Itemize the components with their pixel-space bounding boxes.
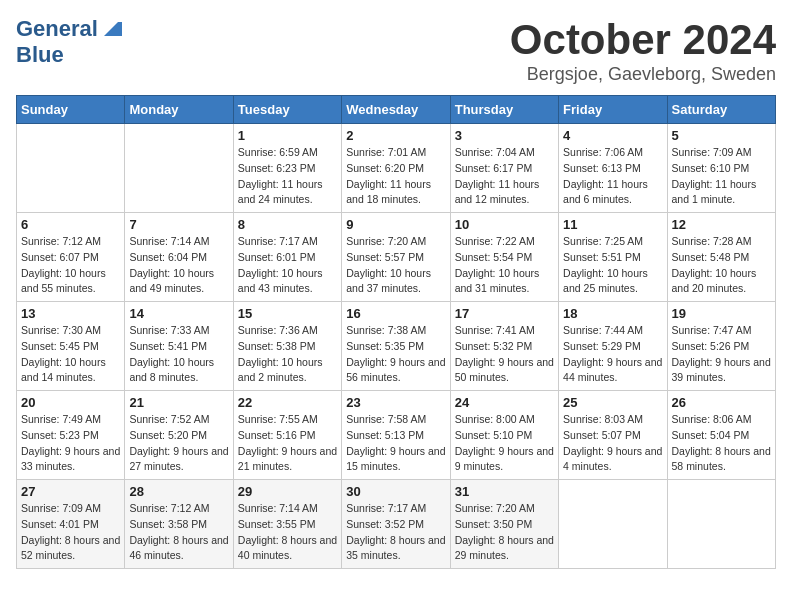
day-info: Sunrise: 7:41 AM Sunset: 5:32 PM Dayligh…: [455, 323, 554, 386]
day-info: Sunrise: 7:28 AM Sunset: 5:48 PM Dayligh…: [672, 234, 771, 297]
day-info: Sunrise: 7:49 AM Sunset: 5:23 PM Dayligh…: [21, 412, 120, 475]
calendar-cell: 10Sunrise: 7:22 AM Sunset: 5:54 PM Dayli…: [450, 213, 558, 302]
day-info: Sunrise: 6:59 AM Sunset: 6:23 PM Dayligh…: [238, 145, 337, 208]
day-number: 1: [238, 128, 337, 143]
calendar-cell: 9Sunrise: 7:20 AM Sunset: 5:57 PM Daylig…: [342, 213, 450, 302]
day-info: Sunrise: 8:03 AM Sunset: 5:07 PM Dayligh…: [563, 412, 662, 475]
title-area: October 2024 Bergsjoe, Gaevleborg, Swede…: [510, 16, 776, 85]
day-number: 2: [346, 128, 445, 143]
calendar-body: 1Sunrise: 6:59 AM Sunset: 6:23 PM Daylig…: [17, 124, 776, 569]
calendar-cell: 3Sunrise: 7:04 AM Sunset: 6:17 PM Daylig…: [450, 124, 558, 213]
day-info: Sunrise: 7:14 AM Sunset: 3:55 PM Dayligh…: [238, 501, 337, 564]
calendar-cell: 6Sunrise: 7:12 AM Sunset: 6:07 PM Daylig…: [17, 213, 125, 302]
calendar-cell: [559, 480, 667, 569]
calendar-cell: 23Sunrise: 7:58 AM Sunset: 5:13 PM Dayli…: [342, 391, 450, 480]
day-info: Sunrise: 7:25 AM Sunset: 5:51 PM Dayligh…: [563, 234, 662, 297]
weekday-header-thursday: Thursday: [450, 96, 558, 124]
day-info: Sunrise: 7:17 AM Sunset: 6:01 PM Dayligh…: [238, 234, 337, 297]
day-number: 30: [346, 484, 445, 499]
calendar-cell: 16Sunrise: 7:38 AM Sunset: 5:35 PM Dayli…: [342, 302, 450, 391]
calendar-cell: [667, 480, 775, 569]
calendar-cell: 17Sunrise: 7:41 AM Sunset: 5:32 PM Dayli…: [450, 302, 558, 391]
day-info: Sunrise: 7:47 AM Sunset: 5:26 PM Dayligh…: [672, 323, 771, 386]
calendar-cell: 14Sunrise: 7:33 AM Sunset: 5:41 PM Dayli…: [125, 302, 233, 391]
day-number: 22: [238, 395, 337, 410]
day-info: Sunrise: 7:06 AM Sunset: 6:13 PM Dayligh…: [563, 145, 662, 208]
day-number: 8: [238, 217, 337, 232]
day-info: Sunrise: 7:36 AM Sunset: 5:38 PM Dayligh…: [238, 323, 337, 386]
calendar-cell: 5Sunrise: 7:09 AM Sunset: 6:10 PM Daylig…: [667, 124, 775, 213]
day-number: 21: [129, 395, 228, 410]
day-number: 20: [21, 395, 120, 410]
weekday-header-saturday: Saturday: [667, 96, 775, 124]
day-number: 28: [129, 484, 228, 499]
calendar-cell: 29Sunrise: 7:14 AM Sunset: 3:55 PM Dayli…: [233, 480, 341, 569]
day-number: 7: [129, 217, 228, 232]
day-info: Sunrise: 7:09 AM Sunset: 4:01 PM Dayligh…: [21, 501, 120, 564]
day-number: 12: [672, 217, 771, 232]
day-info: Sunrise: 7:14 AM Sunset: 6:04 PM Dayligh…: [129, 234, 228, 297]
day-info: Sunrise: 7:17 AM Sunset: 3:52 PM Dayligh…: [346, 501, 445, 564]
day-number: 4: [563, 128, 662, 143]
day-info: Sunrise: 7:12 AM Sunset: 6:07 PM Dayligh…: [21, 234, 120, 297]
logo: General Blue: [16, 16, 122, 68]
day-number: 25: [563, 395, 662, 410]
week-row-2: 6Sunrise: 7:12 AM Sunset: 6:07 PM Daylig…: [17, 213, 776, 302]
week-row-3: 13Sunrise: 7:30 AM Sunset: 5:45 PM Dayli…: [17, 302, 776, 391]
day-number: 26: [672, 395, 771, 410]
day-info: Sunrise: 7:12 AM Sunset: 3:58 PM Dayligh…: [129, 501, 228, 564]
weekday-header-tuesday: Tuesday: [233, 96, 341, 124]
logo-icon: [100, 18, 122, 40]
logo-general: General: [16, 16, 98, 42]
weekday-header-sunday: Sunday: [17, 96, 125, 124]
calendar-cell: 1Sunrise: 6:59 AM Sunset: 6:23 PM Daylig…: [233, 124, 341, 213]
weekday-header-wednesday: Wednesday: [342, 96, 450, 124]
calendar-cell: 26Sunrise: 8:06 AM Sunset: 5:04 PM Dayli…: [667, 391, 775, 480]
day-info: Sunrise: 8:06 AM Sunset: 5:04 PM Dayligh…: [672, 412, 771, 475]
calendar-cell: 2Sunrise: 7:01 AM Sunset: 6:20 PM Daylig…: [342, 124, 450, 213]
week-row-5: 27Sunrise: 7:09 AM Sunset: 4:01 PM Dayli…: [17, 480, 776, 569]
day-number: 23: [346, 395, 445, 410]
page-header: General Blue October 2024 Bergsjoe, Gaev…: [16, 16, 776, 85]
calendar-cell: 24Sunrise: 8:00 AM Sunset: 5:10 PM Dayli…: [450, 391, 558, 480]
calendar-cell: 15Sunrise: 7:36 AM Sunset: 5:38 PM Dayli…: [233, 302, 341, 391]
day-info: Sunrise: 7:22 AM Sunset: 5:54 PM Dayligh…: [455, 234, 554, 297]
day-info: Sunrise: 7:30 AM Sunset: 5:45 PM Dayligh…: [21, 323, 120, 386]
calendar-cell: 21Sunrise: 7:52 AM Sunset: 5:20 PM Dayli…: [125, 391, 233, 480]
calendar-cell: 20Sunrise: 7:49 AM Sunset: 5:23 PM Dayli…: [17, 391, 125, 480]
week-row-4: 20Sunrise: 7:49 AM Sunset: 5:23 PM Dayli…: [17, 391, 776, 480]
day-number: 19: [672, 306, 771, 321]
day-info: Sunrise: 7:55 AM Sunset: 5:16 PM Dayligh…: [238, 412, 337, 475]
calendar-cell: 30Sunrise: 7:17 AM Sunset: 3:52 PM Dayli…: [342, 480, 450, 569]
day-info: Sunrise: 7:01 AM Sunset: 6:20 PM Dayligh…: [346, 145, 445, 208]
day-info: Sunrise: 7:58 AM Sunset: 5:13 PM Dayligh…: [346, 412, 445, 475]
day-number: 3: [455, 128, 554, 143]
calendar-cell: 7Sunrise: 7:14 AM Sunset: 6:04 PM Daylig…: [125, 213, 233, 302]
calendar-cell: 4Sunrise: 7:06 AM Sunset: 6:13 PM Daylig…: [559, 124, 667, 213]
day-number: 15: [238, 306, 337, 321]
day-info: Sunrise: 7:20 AM Sunset: 3:50 PM Dayligh…: [455, 501, 554, 564]
day-number: 16: [346, 306, 445, 321]
day-info: Sunrise: 8:00 AM Sunset: 5:10 PM Dayligh…: [455, 412, 554, 475]
weekday-header-friday: Friday: [559, 96, 667, 124]
day-number: 5: [672, 128, 771, 143]
day-number: 6: [21, 217, 120, 232]
day-number: 11: [563, 217, 662, 232]
day-info: Sunrise: 7:52 AM Sunset: 5:20 PM Dayligh…: [129, 412, 228, 475]
day-number: 17: [455, 306, 554, 321]
day-number: 24: [455, 395, 554, 410]
calendar-cell: 19Sunrise: 7:47 AM Sunset: 5:26 PM Dayli…: [667, 302, 775, 391]
weekday-header-monday: Monday: [125, 96, 233, 124]
calendar-cell: [17, 124, 125, 213]
calendar-table: SundayMondayTuesdayWednesdayThursdayFrid…: [16, 95, 776, 569]
calendar-cell: 11Sunrise: 7:25 AM Sunset: 5:51 PM Dayli…: [559, 213, 667, 302]
week-row-1: 1Sunrise: 6:59 AM Sunset: 6:23 PM Daylig…: [17, 124, 776, 213]
day-info: Sunrise: 7:20 AM Sunset: 5:57 PM Dayligh…: [346, 234, 445, 297]
calendar-cell: 13Sunrise: 7:30 AM Sunset: 5:45 PM Dayli…: [17, 302, 125, 391]
weekday-header-row: SundayMondayTuesdayWednesdayThursdayFrid…: [17, 96, 776, 124]
calendar-cell: [125, 124, 233, 213]
calendar-cell: 27Sunrise: 7:09 AM Sunset: 4:01 PM Dayli…: [17, 480, 125, 569]
location-title: Bergsjoe, Gaevleborg, Sweden: [510, 64, 776, 85]
logo-blue: Blue: [16, 42, 64, 68]
day-number: 9: [346, 217, 445, 232]
